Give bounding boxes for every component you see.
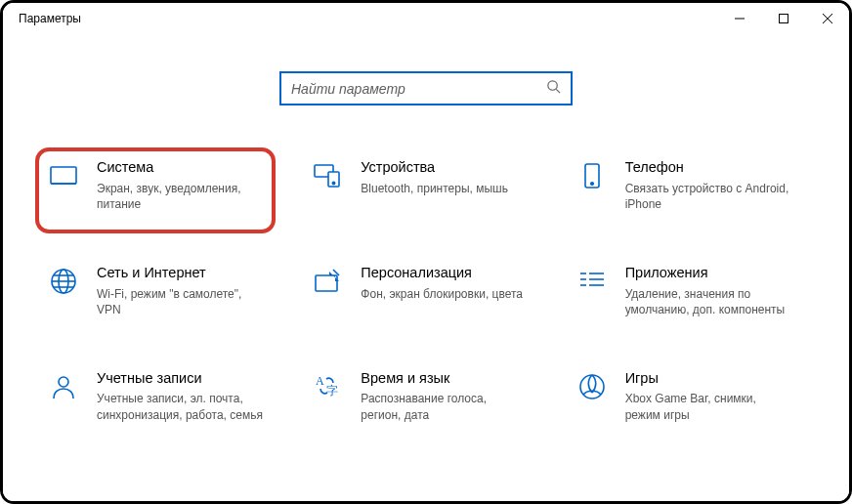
gaming-icon bbox=[576, 371, 608, 402]
tile-title: Приложения bbox=[625, 264, 791, 283]
close-button[interactable] bbox=[805, 3, 849, 34]
devices-icon bbox=[312, 160, 343, 191]
tile-desc: Связать устройство с Android, iPhone bbox=[625, 181, 791, 212]
tile-title: Телефон bbox=[625, 158, 791, 178]
search-icon bbox=[546, 79, 561, 98]
system-icon bbox=[48, 160, 79, 191]
personalize-icon bbox=[312, 266, 343, 297]
svg-text:字: 字 bbox=[326, 384, 338, 398]
svg-rect-18 bbox=[316, 275, 337, 291]
tile-network[interactable]: Сеть и Интернет Wi-Fi, режим "в самолете… bbox=[42, 260, 291, 321]
svg-line-19 bbox=[333, 270, 339, 275]
tile-accounts[interactable]: Учетные записи Учетные записи, эл. почта… bbox=[42, 365, 291, 427]
tile-desc: Xbox Game Bar, снимки, режим игры bbox=[625, 391, 791, 422]
tile-desc: Bluetooth, принтеры, мышь bbox=[361, 181, 508, 196]
tile-desc: Удаление, значения по умолчанию, доп. ко… bbox=[625, 286, 791, 317]
tile-title: Система bbox=[97, 158, 263, 178]
tile-personalize[interactable]: Персонализация Фон, экран блокировки, цв… bbox=[306, 260, 555, 321]
tile-time[interactable]: A 字 Время и язык Распознавание голоса, р… bbox=[306, 365, 555, 427]
maximize-button[interactable] bbox=[761, 3, 805, 34]
apps-icon bbox=[576, 266, 608, 297]
window-title: Параметры bbox=[19, 12, 717, 25]
tile-desc: Учетные записи, эл. почта, синхронизация… bbox=[97, 391, 263, 422]
tile-title: Время и язык bbox=[361, 369, 527, 389]
search-input[interactable] bbox=[291, 81, 546, 97]
tile-desc: Wi-Fi, режим "в самолете", VPN bbox=[97, 286, 263, 317]
tile-title: Устройства bbox=[361, 158, 508, 178]
phone-icon bbox=[576, 160, 608, 191]
svg-line-5 bbox=[556, 89, 560, 93]
svg-point-10 bbox=[333, 182, 335, 184]
titlebar: Параметры bbox=[3, 3, 849, 34]
tile-title: Сеть и Интернет bbox=[97, 264, 263, 283]
tile-title: Учетные записи bbox=[97, 369, 263, 389]
accounts-icon bbox=[48, 371, 79, 402]
tile-gaming[interactable]: Игры Xbox Game Bar, снимки, режим игры bbox=[571, 365, 820, 427]
time-icon: A 字 bbox=[312, 371, 343, 402]
settings-grid: Система Экран, звук, уведомления, питани… bbox=[3, 105, 849, 427]
tile-phone[interactable]: Телефон Связать устройство с Android, iP… bbox=[571, 154, 820, 216]
svg-rect-1 bbox=[779, 15, 788, 23]
minimize-button[interactable] bbox=[717, 3, 761, 34]
tile-devices[interactable]: Устройства Bluetooth, принтеры, мышь bbox=[306, 154, 555, 216]
tile-desc: Экран, звук, уведомления, питание bbox=[97, 181, 263, 212]
tile-title: Игры bbox=[625, 369, 791, 389]
tile-desc: Распознавание голоса, регион, дата bbox=[361, 391, 527, 422]
tile-apps[interactable]: Приложения Удаление, значения по умолчан… bbox=[571, 260, 820, 321]
svg-point-4 bbox=[548, 81, 557, 90]
tile-desc: Фон, экран блокировки, цвета bbox=[361, 286, 523, 302]
tile-system[interactable]: Система Экран, звук, уведомления, питани… bbox=[42, 154, 291, 216]
svg-rect-6 bbox=[51, 167, 76, 184]
svg-text:A: A bbox=[316, 374, 324, 388]
svg-point-26 bbox=[59, 377, 68, 387]
svg-point-12 bbox=[590, 183, 593, 186]
network-icon bbox=[48, 266, 79, 297]
search-box[interactable] bbox=[279, 71, 573, 105]
tile-title: Персонализация bbox=[361, 264, 523, 283]
